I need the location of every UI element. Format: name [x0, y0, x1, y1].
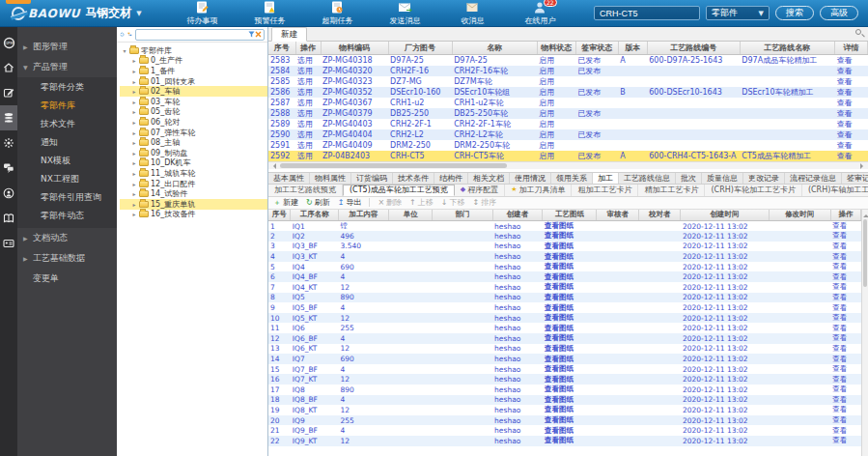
refresh-button[interactable]: ↻刷新: [306, 197, 330, 208]
table-row[interactable]: 20IQ9255heshao查看图纸2020-12-11 13:02查看: [268, 415, 861, 426]
process-cell[interactable]: 1: [268, 221, 291, 232]
sidebar-section-1[interactable]: ▼产品管理: [17, 57, 117, 77]
table-row[interactable]: 5IQ4690heshao查看图纸2020-12-11 13:02查看: [268, 262, 861, 272]
parts-cell[interactable]: ZP-MG40379: [321, 108, 388, 119]
rail-item-card-icon[interactable]: [0, 231, 17, 256]
parts-cell[interactable]: ZP-MG40323: [321, 76, 388, 87]
process-cell[interactable]: IQ5: [291, 293, 339, 303]
sidebar-item-7[interactable]: 零部件动态: [17, 207, 117, 225]
process-tab-3[interactable]: ★加工刀具清单: [505, 185, 572, 196]
parts-cell[interactable]: ZP-MG40320: [321, 66, 388, 76]
process-cell[interactable]: 890: [339, 385, 389, 395]
process-cell[interactable]: heshao: [492, 405, 543, 415]
process-cell[interactable]: 查看: [830, 364, 860, 375]
tab-0[interactable]: 基本属性: [268, 173, 310, 184]
parts-cell[interactable]: D97A-25: [452, 54, 537, 66]
table-row[interactable]: 18IQ8_BF4heshao查看图纸2020-12-11 13:02查看: [268, 395, 861, 406]
process-cell[interactable]: IQ6: [291, 323, 339, 333]
parts-cell[interactable]: A: [618, 54, 647, 66]
table-row[interactable]: 2589选用ZP-MG40403CRH2-2F-1CRH2-2F-1车轮启用查看: [268, 119, 868, 129]
parts-cell[interactable]: 查看: [834, 66, 867, 76]
tree-item-4[interactable]: ▸03_车轮: [120, 97, 267, 107]
process-cell[interactable]: 496: [339, 231, 389, 242]
tree-item-10[interactable]: ▸10_DK机车: [120, 158, 267, 169]
process-cell[interactable]: heshao: [492, 333, 543, 344]
process-cell[interactable]: 22: [268, 436, 291, 446]
parts-cell[interactable]: 选用: [295, 87, 321, 98]
parts-cell[interactable]: CRH2-L2车轮: [452, 129, 537, 140]
brand[interactable]: BAOWU 马钢交材 ▼: [12, 5, 142, 21]
process-cell[interactable]: IQ5_BF: [291, 302, 339, 313]
parts-cell[interactable]: 选用: [295, 119, 321, 129]
sidebar-item-1[interactable]: 零部件库: [17, 97, 117, 115]
process-cell[interactable]: 7: [268, 282, 291, 293]
process-cell[interactable]: 查看: [830, 313, 860, 324]
tree-item-3[interactable]: ▸02_车轴: [120, 86, 267, 97]
parts-cell[interactable]: 查看: [834, 119, 867, 129]
process-cell[interactable]: 2020-12-11 13:02: [681, 333, 769, 344]
parts-cell[interactable]: DSEcr10车轮组: [452, 87, 537, 98]
process-tab-5[interactable]: 精加工工艺卡片: [638, 185, 705, 196]
parts-cell[interactable]: CT5成品车轮精加工: [740, 151, 834, 161]
table-row[interactable]: 16IQ7_KT12heshao查看图纸2020-12-11 13:02查看: [268, 374, 861, 385]
rail-item-database-icon[interactable]: [0, 105, 17, 130]
parts-cell[interactable]: 2587: [268, 98, 295, 108]
process-cell[interactable]: 4: [268, 251, 291, 262]
rail-item-book-icon[interactable]: [0, 206, 17, 231]
parts-cell[interactable]: 600-D97A-25-1643: [647, 54, 740, 66]
process-cell[interactable]: 查看图纸: [543, 354, 597, 364]
parts-cell[interactable]: 查看: [834, 76, 867, 87]
process-tab-6[interactable]: (CRH)车轮加工工艺卡片: [705, 185, 801, 196]
process-cell[interactable]: 2020-12-11 13:02: [681, 415, 769, 426]
table-row[interactable]: 17IQ8890heshao查看图纸2020-12-11 13:02查看: [268, 385, 861, 395]
process-cell[interactable]: 2020-12-11 13:02: [681, 344, 769, 355]
search-category-select[interactable]: 零部件 ▼: [706, 6, 770, 20]
process-cell[interactable]: heshao: [492, 425, 543, 436]
v-scrollbar-thumb[interactable]: [863, 219, 867, 287]
export-button[interactable]: ↥导出: [338, 197, 362, 208]
parts-cell[interactable]: 启用: [537, 54, 575, 66]
process-cell[interactable]: IQ6_KT: [291, 344, 339, 355]
parts-cell[interactable]: 启用: [537, 98, 575, 108]
process-cell[interactable]: IQ8: [291, 385, 339, 395]
process-cell[interactable]: IQ9: [291, 415, 339, 426]
parts-cell[interactable]: 选用: [295, 151, 321, 161]
process-cell[interactable]: 查看: [830, 374, 860, 385]
process-cell[interactable]: 14: [268, 354, 291, 364]
chevron-right-icon[interactable]: ▸: [131, 159, 137, 166]
process-cell[interactable]: 查看图纸: [543, 302, 597, 313]
process-cell[interactable]: heshao: [492, 302, 543, 313]
parts-cell[interactable]: 查看: [834, 98, 867, 108]
parts-cell[interactable]: DZ7M车轮: [452, 76, 537, 87]
table-row[interactable]: 2587选用ZP-MG40367CRH1-u2CRH1-u2车轮启用查看: [268, 98, 868, 108]
chevron-right-icon[interactable]: ▸: [131, 119, 137, 126]
sidebar-item-3[interactable]: 通知: [17, 133, 117, 152]
process-cell[interactable]: 查看图纸: [543, 262, 597, 272]
process-cell[interactable]: IQ3_BF: [291, 242, 339, 252]
process-cell[interactable]: heshao: [492, 415, 543, 426]
rail-item-edit-icon[interactable]: [0, 80, 17, 105]
parts-cell[interactable]: 2584: [268, 66, 295, 76]
process-cell[interactable]: 查看图纸: [543, 282, 597, 293]
parts-cell[interactable]: ZP-MG40409: [321, 140, 388, 151]
process-cell[interactable]: IQ6_BF: [291, 333, 339, 344]
chevron-right-icon[interactable]: ▸: [131, 99, 137, 105]
process-cell[interactable]: heshao: [492, 251, 543, 262]
process-cell[interactable]: 查看图纸: [543, 436, 597, 446]
process-cell[interactable]: IQ7_KT: [291, 374, 339, 385]
process-cell[interactable]: IQ8_KT: [291, 405, 339, 415]
parts-cell[interactable]: 已发布: [575, 108, 618, 119]
parts-cell[interactable]: ZP-MG40404: [321, 129, 388, 140]
rail-item-support-icon[interactable]: [0, 181, 17, 206]
tab-6[interactable]: 使用情况: [510, 173, 551, 184]
scroll-left-icon[interactable]: [270, 163, 276, 169]
process-cell[interactable]: 2020-12-11 13:02: [681, 364, 769, 375]
parts-cell[interactable]: CRH-CT5车轮: [452, 151, 537, 161]
parts-cell[interactable]: 启用: [537, 151, 575, 161]
tab-2[interactable]: 订货编码: [351, 173, 393, 184]
tab-11[interactable]: 质量信息: [702, 173, 743, 184]
parts-cell[interactable]: 启用: [537, 108, 575, 119]
rail-item-home-icon[interactable]: [0, 55, 17, 80]
parts-cell[interactable]: ZP-MG40352: [321, 87, 388, 98]
sidebar-section-3[interactable]: ▶工艺基础数据: [17, 248, 117, 269]
